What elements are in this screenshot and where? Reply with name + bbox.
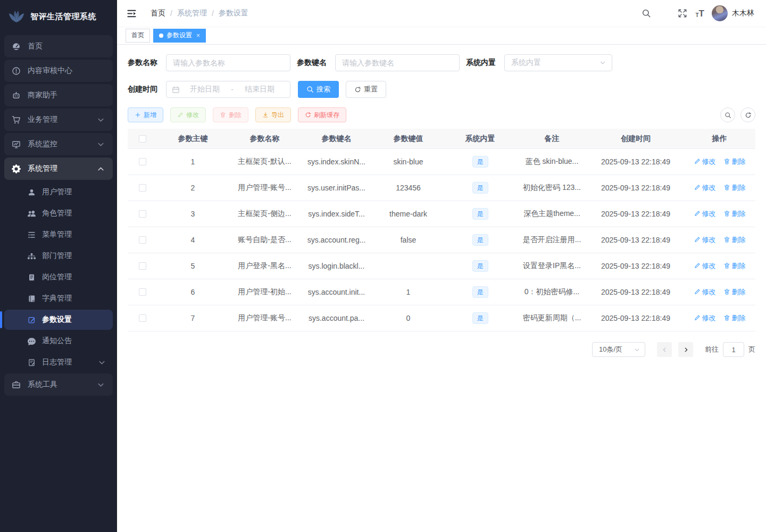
row-edit-link[interactable]: 修改: [694, 235, 716, 245]
breadcrumb-home[interactable]: 首页: [151, 9, 165, 18]
col-header: 操作: [684, 134, 755, 144]
sidebar-item-notice[interactable]: 通知公告: [4, 331, 113, 351]
list-tree-icon: [28, 231, 36, 239]
refresh-icon: [305, 112, 311, 118]
sidebar-item-system-mgmt[interactable]: 系统管理: [4, 157, 113, 180]
page-number-input[interactable]: [723, 342, 744, 357]
cell-key: sys.index.skinN...: [301, 157, 372, 166]
param-name-input[interactable]: [166, 54, 290, 71]
document-pen-icon: [28, 359, 36, 367]
row-checkbox[interactable]: [139, 158, 146, 165]
row-delete-link[interactable]: 删除: [723, 183, 746, 193]
username[interactable]: 木木林: [732, 9, 754, 18]
cell-id: 5: [157, 262, 229, 270]
row-edit-link[interactable]: 修改: [694, 183, 716, 193]
select-all-checkbox[interactable]: [139, 135, 146, 143]
builtin-badge: 是: [472, 234, 488, 246]
row-edit-link[interactable]: 修改: [694, 287, 716, 297]
reset-button[interactable]: 重置: [346, 81, 386, 98]
date-range-picker[interactable]: 开始日期 - 结束日期: [166, 81, 290, 98]
row-checkbox[interactable]: [139, 314, 146, 322]
row-checkbox[interactable]: [139, 184, 146, 192]
delete-button[interactable]: 删除: [213, 107, 248, 122]
breadcrumb-separator: /: [212, 9, 214, 18]
export-button[interactable]: 导出: [255, 107, 291, 122]
toolbar-right: [720, 107, 755, 122]
font-size-icon[interactable]: TT: [696, 9, 705, 18]
top-navbar: 首页 / 系统管理 / 参数设置 TT 木木林: [117, 0, 766, 27]
row-delete-link[interactable]: 删除: [723, 235, 746, 245]
param-key-input[interactable]: [335, 54, 460, 71]
sidebar-item-dict-mgmt[interactable]: 字典管理: [4, 288, 113, 309]
sidebar-item-user-mgmt[interactable]: 用户管理: [4, 182, 113, 202]
cell-create-time: 2025-09-13 22:18:49: [588, 210, 684, 218]
cell-id: 1: [157, 157, 229, 166]
sidebar-item-content-audit[interactable]: 内容审核中心: [4, 60, 113, 82]
prev-page-button[interactable]: [657, 342, 672, 357]
search-icon[interactable]: [642, 9, 651, 18]
row-checkbox[interactable]: [139, 210, 146, 218]
row-edit-link[interactable]: 修改: [694, 157, 716, 167]
row-delete-link[interactable]: 删除: [723, 287, 746, 297]
cell-create-time: 2025-09-13 22:18:49: [588, 262, 684, 270]
breadcrumb: 首页 / 系统管理 / 参数设置: [151, 9, 248, 18]
pen-icon: [694, 158, 701, 165]
sidebar-item-label: 系统管理: [28, 164, 57, 173]
arrow-right-icon: [682, 346, 689, 353]
add-button[interactable]: 新增: [128, 107, 163, 122]
sidebar-item-log-mgmt[interactable]: 日志管理: [4, 352, 113, 372]
sidebar-item-label: 通知公告: [42, 336, 72, 346]
next-page-button[interactable]: [678, 342, 693, 357]
edit-button[interactable]: 修改: [170, 107, 206, 122]
avatar[interactable]: [712, 5, 728, 21]
sidebar-item-business-mgmt[interactable]: 业务管理: [4, 109, 113, 131]
cell-key: sys.account.reg...: [301, 236, 372, 244]
sidebar-item-system-monitor[interactable]: 系统监控: [4, 133, 113, 155]
sidebar-item-label: 参数设置: [42, 315, 72, 325]
system-mgmt-submenu: 用户管理 角色管理 菜单管理 部门管理 岗位管理: [4, 182, 113, 372]
table-toolbar: 新增 修改 删除 导出 刷新缓存: [128, 107, 755, 122]
table-row: 7 用户管理-账号... sys.account.pa... 0 是 密码更新周…: [128, 305, 755, 331]
row-edit-link[interactable]: 修改: [694, 313, 716, 323]
row-checkbox[interactable]: [139, 236, 146, 244]
app-logo[interactable]: 智评生活管理系统: [0, 0, 117, 33]
row-edit-link[interactable]: 修改: [694, 261, 716, 271]
search-button[interactable]: 搜索: [298, 81, 339, 98]
row-checkbox[interactable]: [139, 288, 146, 296]
sidebar-item-role-mgmt[interactable]: 角色管理: [4, 203, 113, 223]
sidebar-item-menu-mgmt[interactable]: 菜单管理: [4, 225, 113, 245]
sidebar-item-merchant-assistant[interactable]: 商家助手: [4, 84, 113, 106]
page-size-select[interactable]: 10条/页: [592, 342, 645, 357]
refresh-table-button[interactable]: [740, 107, 755, 122]
builtin-label: 系统内置: [466, 58, 496, 68]
cell-value: 0: [372, 314, 444, 322]
row-delete-link[interactable]: 删除: [723, 261, 746, 271]
builtin-select-placeholder: 系统内置: [511, 58, 541, 68]
fullscreen-icon[interactable]: [678, 9, 687, 18]
sidebar-item-post-mgmt[interactable]: 岗位管理: [4, 267, 113, 287]
refresh-icon: [354, 86, 361, 93]
sidebar-item-system-tools[interactable]: 系统工具: [4, 373, 113, 396]
row-delete-link[interactable]: 删除: [723, 313, 746, 323]
cell-remark: 深色主题theme...: [516, 209, 588, 219]
tab-home[interactable]: 首页: [126, 29, 150, 43]
row-edit-link[interactable]: 修改: [694, 209, 716, 219]
col-header: 参数主键: [157, 134, 229, 144]
sidebar-item-dept-mgmt[interactable]: 部门管理: [4, 246, 113, 266]
tab-param-settings[interactable]: 参数设置 ×: [153, 29, 206, 43]
sidebar-collapse-icon[interactable]: [127, 9, 137, 19]
builtin-select[interactable]: 系统内置: [504, 54, 612, 71]
chevron-down-icon: [96, 140, 105, 149]
sidebar-item-label: 字典管理: [42, 294, 72, 303]
sidebar-item-param-settings[interactable]: 参数设置: [4, 310, 113, 330]
close-icon[interactable]: ×: [196, 32, 200, 39]
sidebar-item-home[interactable]: 首页: [4, 35, 113, 57]
lotus-logo-icon: [7, 10, 26, 23]
show-search-toggle-button[interactable]: [720, 107, 735, 122]
row-delete-link[interactable]: 删除: [723, 157, 746, 167]
calendar-icon: [172, 86, 180, 94]
row-checkbox[interactable]: [139, 262, 146, 270]
refresh-cache-button[interactable]: 刷新缓存: [298, 107, 346, 122]
row-delete-link[interactable]: 删除: [723, 209, 746, 219]
monitor-icon: [12, 140, 21, 149]
